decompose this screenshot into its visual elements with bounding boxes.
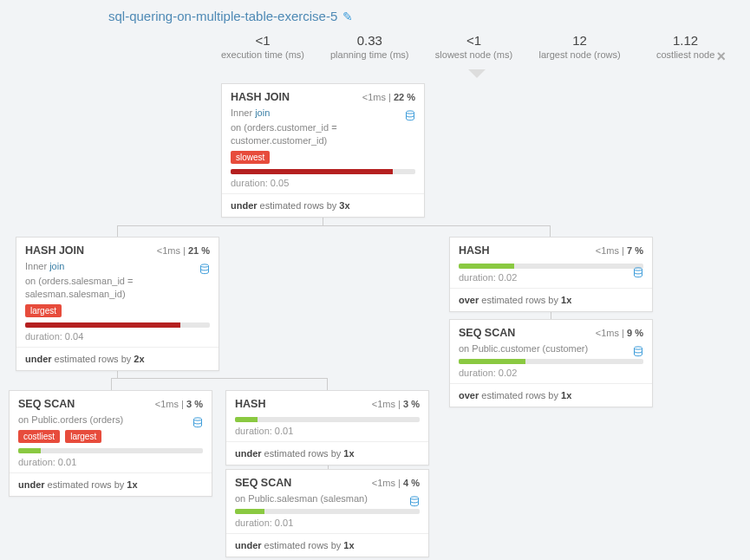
svg-point-3: [635, 347, 642, 349]
badge-largest: largest: [25, 304, 62, 317]
stat-label: planning time (ms): [330, 49, 408, 60]
stat-value: <1: [221, 33, 304, 48]
node-duration: duration: 0.02: [459, 272, 643, 283]
stat-label: largest node (rows): [538, 49, 620, 60]
svg-point-5: [411, 497, 419, 499]
stat-slowest-node: <1 slowest node (ms): [434, 33, 512, 60]
duration-bar: [459, 359, 643, 364]
svg-point-0: [407, 111, 414, 114]
node-badges: costliest largest: [18, 430, 203, 443]
badge-slowest: slowest: [231, 151, 270, 164]
node-metrics: <1ms | 4 %: [372, 478, 420, 488]
node-metrics: <1ms | 3 %: [372, 399, 420, 409]
stat-planning-time: 0.33 planning time (ms): [330, 33, 408, 60]
plan-node-hash-join-2[interactable]: HASH JOIN <1ms | 21 % Inner join on (ord…: [16, 237, 219, 371]
svg-point-2: [635, 268, 642, 270]
database-icon: [199, 264, 210, 277]
node-title: HASH: [459, 244, 489, 257]
node-estimate: under estimated rows by 2x: [16, 347, 218, 370]
node-duration: duration: 0.01: [235, 518, 420, 528]
node-subline: on Public.customer (customer): [459, 342, 643, 355]
node-estimate: under estimated rows by 3x: [222, 193, 424, 217]
duration-bar: [459, 264, 643, 269]
node-title: SEQ SCAN: [459, 327, 515, 339]
node-metrics: <1ms | 7 %: [596, 245, 643, 256]
node-title: HASH: [235, 398, 265, 410]
node-join-line: Inner join: [25, 260, 210, 273]
stat-largest-node: 12 largest node (rows): [538, 33, 620, 60]
database-icon: [405, 110, 415, 124]
duration-bar: [231, 169, 415, 174]
node-duration: duration: 0.02: [459, 368, 643, 378]
node-title: SEQ SCAN: [235, 477, 291, 489]
svg-point-1: [201, 264, 209, 267]
stat-label: costliest node: [647, 49, 725, 60]
pointer-arrow-icon: [468, 69, 486, 78]
plan-node-hash-right[interactable]: HASH <1ms | 7 % duration: 0.02 over esti…: [449, 237, 653, 312]
node-estimate: under estimated rows by 1x: [10, 472, 212, 496]
node-metrics: <1ms | 21 %: [157, 245, 210, 256]
database-icon: [409, 496, 420, 510]
node-duration: duration: 0.01: [18, 457, 203, 467]
stat-value: 0.33: [330, 33, 408, 48]
duration-bar: [235, 509, 420, 514]
page-title: sql-quering-on-multiple-table-exercise-5: [108, 9, 337, 23]
node-metrics: <1ms | 22 %: [362, 92, 415, 102]
node-estimate: over estimated rows by 1x: [450, 288, 652, 311]
plan-node-seqscan-customer[interactable]: SEQ SCAN <1ms | 9 % on Public.customer (…: [449, 319, 653, 407]
database-icon: [192, 417, 203, 431]
node-title: HASH JOIN: [25, 244, 84, 257]
stats-bar: <1 execution time (ms) 0.33 planning tim…: [221, 33, 733, 60]
node-duration: duration: 0.05: [231, 178, 415, 188]
node-duration: duration: 0.01: [235, 426, 420, 436]
node-title: SEQ SCAN: [18, 398, 75, 410]
node-metrics: <1ms | 3 %: [155, 399, 203, 409]
database-icon: [633, 267, 643, 281]
stat-execution-time: <1 execution time (ms): [221, 33, 304, 60]
stat-value: 1.12: [647, 33, 725, 48]
node-join-line: Inner join: [231, 107, 415, 120]
plan-node-hash-center[interactable]: HASH <1ms | 3 % duration: 0.01 under est…: [225, 390, 429, 466]
node-estimate: over estimated rows by 1x: [450, 383, 652, 407]
stat-value: 12: [538, 33, 620, 48]
node-estimate: under estimated rows by 1x: [226, 441, 428, 465]
page-title-row: sql-quering-on-multiple-table-exercise-5…: [108, 9, 353, 23]
node-join-cond: on (orders.customer_id = customer.custom…: [231, 121, 387, 147]
duration-bar: [235, 417, 420, 422]
node-subline: on Public.salesman (salesman): [235, 492, 420, 505]
edit-title-icon[interactable]: ✎: [342, 10, 353, 23]
plan-node-seqscan-salesman[interactable]: SEQ SCAN <1ms | 4 % on Public.salesman (…: [225, 469, 429, 557]
plan-node-hash-join-root[interactable]: HASH JOIN <1ms | 22 % Inner join on (ord…: [221, 83, 425, 218]
connector-line: [111, 378, 328, 390]
duration-bar: [18, 448, 203, 453]
node-subline: on Public.orders (orders): [18, 413, 203, 427]
node-title: HASH JOIN: [231, 91, 290, 103]
node-join-cond: on (orders.salesman_id = salesman.salesm…: [25, 275, 186, 301]
stat-label: execution time (ms): [221, 49, 304, 60]
badge-largest: largest: [65, 430, 101, 443]
node-metrics: <1ms | 9 %: [596, 328, 643, 338]
duration-bar: [25, 322, 210, 328]
connector-line: [117, 225, 551, 238]
badge-costliest: costliest: [18, 430, 60, 443]
stat-costliest-node: 1.12 costliest node: [647, 33, 725, 60]
node-badges: largest: [25, 304, 210, 317]
database-icon: [633, 346, 643, 360]
node-duration: duration: 0.04: [25, 331, 210, 342]
stat-value: <1: [434, 33, 512, 48]
node-estimate: under estimated rows by 1x: [226, 533, 428, 557]
plan-node-seqscan-orders[interactable]: SEQ SCAN <1ms | 3 % on Public.orders (or…: [9, 390, 212, 497]
svg-point-4: [194, 418, 202, 420]
stat-label: slowest node (ms): [434, 49, 512, 60]
node-badges: slowest: [231, 151, 415, 164]
close-icon[interactable]: ×: [716, 48, 726, 66]
